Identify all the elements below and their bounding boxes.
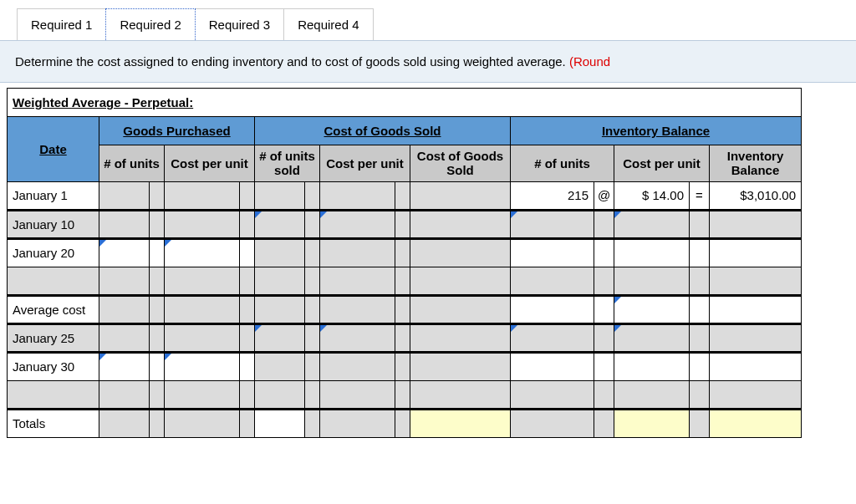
- tab-required-3[interactable]: Required 3: [195, 8, 284, 40]
- tabs-bar: Required 1 Required 2 Required 3 Require…: [0, 0, 856, 40]
- instruction-suffix: (Round: [569, 54, 610, 69]
- table-row: January 20: [8, 238, 802, 267]
- instruction-text: Determine the cost assigned to ending in…: [15, 54, 569, 69]
- table-title: Weighted Average - Perpetual:: [8, 89, 802, 117]
- cell-inv-units[interactable]: 215: [511, 181, 594, 210]
- table-row: January 10: [8, 210, 802, 238]
- table-row: January 1 215 @ $ 14.00 = $3,010.00: [8, 181, 802, 210]
- table-row-totals: Totals: [8, 409, 802, 437]
- tab-required-4[interactable]: Required 4: [283, 8, 373, 40]
- input-cell[interactable]: [511, 323, 594, 352]
- table-row: [8, 380, 802, 409]
- input-cell[interactable]: [99, 352, 150, 380]
- col-header-units1: # of units: [99, 145, 165, 182]
- cell-inv-cpu[interactable]: $ 14.00: [614, 181, 690, 210]
- col-header-units-sold: # of units sold: [255, 145, 320, 182]
- table-row: January 25: [8, 323, 802, 352]
- table-row: January 30: [8, 352, 802, 380]
- input-cell[interactable]: [614, 295, 690, 323]
- input-cell[interactable]: [255, 323, 305, 352]
- col-header-cogs: Cost of Goods Sold: [410, 145, 511, 182]
- input-cell[interactable]: [614, 210, 690, 238]
- input-cell[interactable]: [165, 352, 240, 380]
- row-date: January 20: [8, 238, 99, 267]
- row-date: January 1: [8, 181, 99, 210]
- cell-at-symbol: @: [594, 181, 614, 210]
- row-date: Average cost: [8, 295, 99, 323]
- col-header-units3: # of units: [511, 145, 614, 182]
- cell-inv-balance[interactable]: $3,010.00: [710, 181, 802, 210]
- input-cell[interactable]: [165, 238, 240, 267]
- table-row: Average cost: [8, 295, 802, 323]
- row-date: January 10: [8, 210, 99, 238]
- section-cogs: Cost of Goods Sold: [255, 117, 511, 145]
- col-header-cpu3: Cost per unit: [614, 145, 710, 182]
- instruction-bar: Determine the cost assigned to ending in…: [0, 40, 856, 83]
- col-header-cpu1: Cost per unit: [165, 145, 255, 182]
- row-date: January 25: [8, 323, 99, 352]
- input-cell[interactable]: [99, 238, 150, 267]
- tab-required-2[interactable]: Required 2: [105, 8, 195, 40]
- input-cell[interactable]: [255, 210, 305, 238]
- col-header-balance: Inventory Balance: [710, 145, 802, 182]
- cell-eq-symbol: =: [690, 181, 710, 210]
- total-cpu[interactable]: [614, 409, 690, 437]
- col-header-cpu2: Cost per unit: [320, 145, 410, 182]
- input-cell[interactable]: [320, 210, 395, 238]
- input-cell[interactable]: [320, 323, 395, 352]
- total-balance[interactable]: [710, 409, 802, 437]
- col-header-date: Date: [8, 117, 99, 182]
- row-date: Totals: [8, 409, 99, 437]
- input-cell[interactable]: [511, 210, 594, 238]
- row-date: January 30: [8, 352, 99, 380]
- table-row: [8, 267, 802, 295]
- worksheet-table: Weighted Average - Perpetual: Date Goods…: [7, 88, 856, 438]
- section-goods-purchased: Goods Purchased: [99, 117, 255, 145]
- total-cogs[interactable]: [410, 409, 511, 437]
- tab-required-1[interactable]: Required 1: [17, 8, 106, 40]
- section-inventory: Inventory Balance: [511, 117, 802, 145]
- input-cell[interactable]: [614, 323, 690, 352]
